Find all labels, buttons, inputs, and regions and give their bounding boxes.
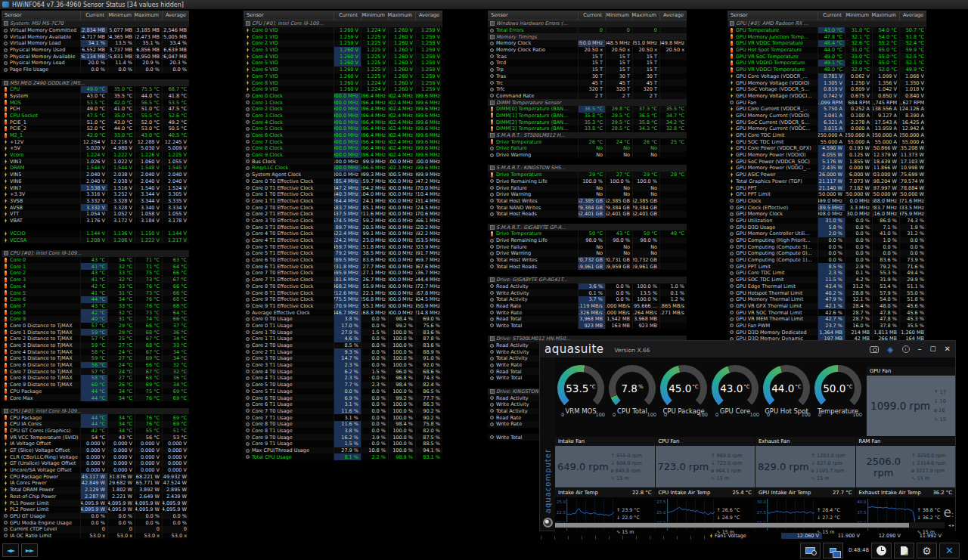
sensor-row[interactable]: Core 1 VID1.259 V1.225 V1.260 V1.259 V: [244, 33, 442, 40]
sensor-row[interactable]: PL2 Power Limit4,095.9 W4,095.9 W4,095.9…: [2, 506, 189, 513]
sensor-row[interactable]: PCIE_252.0 °C44.0 °C53.0 °C50.5 °C: [2, 125, 189, 132]
monitoring-button[interactable]: [800, 543, 821, 558]
sensor-row[interactable]: Core 7 T0 Usage11.6 %0.0 %100.0 %90.2 %: [244, 408, 442, 415]
sensor-row[interactable]: Core 0 Distance to TjMAX57 °C29 °C66 °C3…: [2, 323, 189, 330]
sensor-row[interactable]: Write Activity0.1 %0.0 %13.5 %0.1 %: [488, 289, 687, 296]
aquasuite-titlebar[interactable]: aquasuite Version X.66 ◈ i – ☐ ✕: [540, 341, 955, 357]
sensor-row[interactable]: IA OC Ratio Limit53.0 x53.0 x53.0 x53.0 …: [2, 533, 189, 540]
temp-chart-intake-air-temp[interactable]: Intake Air Temp22.8 °C25.022.520.0↑ 23.9…: [555, 488, 655, 524]
hwinfo-titlebar[interactable]: HWiNFO64 v7.36-4960 Sensor Status [34 va…: [0, 0, 968, 10]
sensor-row[interactable]: Trc45 T45 T45 T: [488, 79, 687, 86]
sensor-row[interactable]: Core 8 Clock4,900.0 MHz4,896.4 MHz4,902.…: [244, 145, 442, 152]
sensor-row[interactable]: Core 5 T0 Effective Clock459.7 MHz151.8 …: [244, 243, 442, 250]
aquasuite-window[interactable]: aquasuite Version X.66 ◈ i – ☐ ✕ aquacom…: [539, 340, 956, 531]
sensor-row[interactable]: Core 6 T0 Effective Clock289.5 MHz83.6 M…: [244, 257, 442, 264]
sensor-row[interactable]: GPU Core Power (VDDCR_GFX)4.590 W0.193 W…: [728, 145, 926, 152]
section-row[interactable]: DIMM Temperature Sensor: [488, 99, 687, 106]
sensor-row[interactable]: Core 4 T1 Effective Clock124.2 MHz23.0 M…: [244, 237, 442, 244]
sensor-row[interactable]: CPU Package44 °C34 °C76 °C69 °C: [2, 414, 189, 421]
sensor-row[interactable]: CPU Package44 °C34 °C75 °C69 °C: [2, 388, 189, 395]
info-icon[interactable]: i: [902, 345, 910, 353]
sensor-row[interactable]: Core 4 T1 Usage2.3 %0.0 %96.8 %74.3 %: [244, 375, 442, 382]
sensor-row[interactable]: Core 8 Distance to TjMAX58 °C27 °C68 °C3…: [2, 375, 189, 382]
sensor-row[interactable]: Physical Memory Load20.0 %11.4 %20.9 %20…: [2, 60, 189, 67]
sensor-row[interactable]: Core 0 Clock4,900.0 MHz4,896.4 MHz4,902.…: [244, 93, 442, 100]
sensor-row[interactable]: Write Rate0.326 MB/s0.000 MB/s17.264 MB/…: [488, 309, 687, 316]
sensor-row[interactable]: GPU SoC Current (VDDCR_S...6.321 A2.278 …: [728, 119, 926, 125]
exit-button[interactable]: ✕: [939, 543, 960, 558]
fan-panel-cpu-fan[interactable]: CPU Fan723.0 rpm↑ 969.0 rpm↓ 723.0 rpmø …: [656, 437, 755, 487]
sensor-row[interactable]: Core 2 Clock4,900.0 MHz4,896.4 MHz4,902.…: [244, 106, 442, 113]
sensor-row[interactable]: CPU Package Power45.117 W31.876 W168.221…: [2, 473, 189, 480]
sensor-row[interactable]: GPU D3D Memory Dedicated1,364 MB214 MB1,…: [728, 329, 926, 336]
sensor-row[interactable]: Core 5 T0 Usage7.7 %2.3 %98.4 %82.4 %: [244, 382, 442, 388]
sensor-row[interactable]: GPU Memory Controller Utili...2.0 %0.0 %…: [728, 230, 926, 237]
sensor-row[interactable]: Core 9 T1 Usage1.5 %0.0 %100.0 %88.5 %: [244, 441, 442, 447]
sensor-row[interactable]: GPU SoC Voltage (VDDCR_S...0.819 V0.809 …: [728, 86, 926, 93]
sensor-row[interactable]: Read Activity3.6 %0.0 %100.0 %1.0 %: [488, 283, 687, 290]
pages-icon[interactable]: ◈: [887, 346, 893, 353]
section-row[interactable]: MSI MEG Z490 GODLIKE (MS...: [2, 79, 189, 86]
nav-prev-next-button[interactable]: ◄►: [2, 543, 19, 557]
sensor-row[interactable]: GPU Fan PWM23.7 %16.0 %37.8 %35.5 %: [728, 323, 926, 330]
sensor-row[interactable]: Core 9 T0 Effective Clock775.5 MHz256.8 …: [244, 296, 442, 303]
sensor-row[interactable]: Core 243 °C33 °C75 °C66 °C: [2, 270, 189, 277]
sensor-row[interactable]: Core 7 T0 Effective Clock695.9 MHz127.1 …: [244, 270, 442, 277]
sensor-row[interactable]: Core 7 T1 Usage3.1 %0.0 %100.0 %90.2 %: [244, 414, 442, 421]
sensor-row[interactable]: Core 0 T0 Usage3.8 %0.0 %98.4 %69.0 %: [244, 316, 442, 323]
sensor-row[interactable]: Total Graphics Power (TGP)21.117 W7.073 …: [728, 178, 926, 185]
table-header[interactable]: SensorCurrentMinimumMaximumAverage: [488, 11, 687, 20]
sensor-row[interactable]: Core 0 T1 Effective Clock847.2 MHz204.2 …: [244, 184, 442, 191]
sensor-row[interactable]: Core 9 VID1.260 V1.224 V1.260 V1.259 V: [244, 86, 442, 93]
sensor-row[interactable]: Core 3 T0 Usage14.7 %0.0 %100.0 %91.0 %: [244, 355, 442, 362]
sensor-row[interactable]: GPU Clock499.0 MHz0.0 MHz2,588.0 MHz2,37…: [728, 198, 926, 205]
sensor-row[interactable]: GPU Memory Voltage (VDDCI...0.742 V0.675…: [728, 93, 926, 100]
sensor-row[interactable]: Total CPU Usage8.1 %2.2 %98.9 %83.1 %: [244, 453, 442, 460]
sensor-row[interactable]: VCCSA1.208 V1.206 V1.222 V1.217 V: [2, 237, 189, 244]
sensor-row[interactable]: Rest-of-Chip Power2.287 W2.221 W2.649 W2…: [2, 493, 189, 500]
sensor-row[interactable]: GPU Hotspot Thermal Limit40.2 %28.8 %57.…: [728, 289, 926, 296]
sensor-row[interactable]: Core 8 T0 Effective Clock468.2 MHz55.9 M…: [244, 283, 442, 290]
sensor-row[interactable]: GPU PPT Limit250.000 W250.000 W250.000 W…: [728, 191, 926, 198]
sensor-row[interactable]: VTT1.054 V1.052 V1.058 V1.055 V: [2, 211, 189, 218]
sensor-row[interactable]: Tras30 T30 T30 T: [488, 73, 687, 80]
temp-chart-exhaust-intake-air-temp[interactable]: Exhaust Intake Air Temp36.2 °C40.037.535…: [856, 488, 956, 524]
section-row[interactable]: Memory Timings: [488, 33, 687, 40]
sensor-row[interactable]: IA Voltage Offset0.000 V0.000 V0.000 V0.…: [2, 441, 189, 447]
sensor-row[interactable]: IA Cores Power42.849 W29.682 W165.771 W1…: [2, 480, 189, 487]
sensor-row[interactable]: Core 2 T0 Usage8.5 %0.0 %100.0 %83.6 %: [244, 342, 442, 349]
sensor-row[interactable]: DIMM[0] Temperature (BAN...36.5 °C29.8 °…: [488, 106, 687, 113]
sensor-row[interactable]: Memory Clock Ratio20.50 x20.50 x20.50 x2…: [488, 47, 687, 54]
sensor-row[interactable]: Core 2 T1 Effective Clock437.5 MHz211.6 …: [244, 211, 442, 218]
sensor-row[interactable]: Average Effective Clock446.7 MHz168.8 MH…: [244, 309, 442, 316]
sensor-row[interactable]: Core 9 T1 Effective Clock170.9 MHz55.1 M…: [244, 303, 442, 310]
sensor-row[interactable]: Core 8 VID1.260 V1.224 V1.260 V1.259 V: [244, 79, 442, 86]
fan-panel-intake-fan[interactable]: Intake Fan649.0 rpm↑ 855.0 rpm↓ 604.0 rp…: [555, 437, 655, 487]
sensor-row[interactable]: Drive FailureNoNoNo: [488, 243, 687, 250]
sensor-row[interactable]: Core 4 T0 Usage6.2 %1.5 %96.0 %68.6 %: [244, 368, 442, 375]
sensor-row[interactable]: Write Total923 MB163 MB923 MB: [488, 323, 687, 330]
sensor-row[interactable]: DIMM[3] Temperature (BAN...33.8 °C28.5 °…: [488, 125, 687, 132]
sensor-row[interactable]: GPU ASIC Power26.000 W6.000 W203.000 W17…: [728, 172, 926, 178]
section-row[interactable]: S.M.A.R.T.: KINGSTON SHS...: [488, 165, 687, 172]
sensor-row[interactable]: Drive Temperature26 °C24 °C26 °C25 °C: [488, 138, 687, 145]
fan1-voltage-row[interactable]: Fan1 Voltage 12.060 V 11.900 V 12.090 V …: [708, 532, 945, 540]
sensor-row[interactable]: Page File Usage0.0 %0.0 %0.0 %0.0 %: [2, 67, 189, 73]
section-row[interactable]: System: MSI MS-7C70: [2, 20, 189, 27]
sensor-row[interactable]: Core 4 VID1.260 V1.225 V1.260 V1.259 V: [244, 53, 442, 60]
sensor-row[interactable]: Core 541 °C31 °C73 °C66 °C: [2, 289, 189, 296]
sensor-row[interactable]: GPU SOC TDC Limit55.000 A55.000 A55.000 …: [728, 138, 926, 145]
sensor-row[interactable]: DRAM1.544 V1.544 V1.548 V1.545 V: [2, 165, 189, 172]
sensor-row[interactable]: Total Host Writes20,732 GB20,731 GB20,73…: [488, 257, 687, 264]
section-row[interactable]: S.M.A.R.T.: GIGABYTE GP-A...: [488, 224, 687, 230]
sensor-row[interactable]: Virtual Memory Available24,717 MB24,365 …: [2, 33, 189, 40]
sensor-row[interactable]: Core Max44 °C34 °C76 °C69 °C: [2, 394, 189, 401]
sensor-row[interactable]: Uncore/SA Voltage Offset0.000 V0.000 V0.…: [2, 467, 189, 474]
table-header[interactable]: SensorCurrentMinimumMaximumAverage: [728, 11, 926, 20]
sensor-row[interactable]: M2_142.0 °C33.0 °C43.0 °C40.5 °C: [2, 132, 189, 139]
sensor-row[interactable]: Core 3 Distance to TjMAX59 °C27 °C68 °C3…: [2, 342, 189, 349]
sensor-row[interactable]: GPU Hot Spot Temperature44.0 °C31.0 °C65…: [728, 47, 926, 54]
sensor-row[interactable]: +12V12.264 V12.216 V12.288 V12.245 V: [2, 138, 189, 145]
sensor-row[interactable]: GPU D3D Usage5.8 %0.0 %7.1 %1.9 %: [728, 224, 926, 230]
sensor-row[interactable]: GPU Clock (Effective)189.5 MHz3.3 MHz2,2…: [728, 204, 926, 211]
